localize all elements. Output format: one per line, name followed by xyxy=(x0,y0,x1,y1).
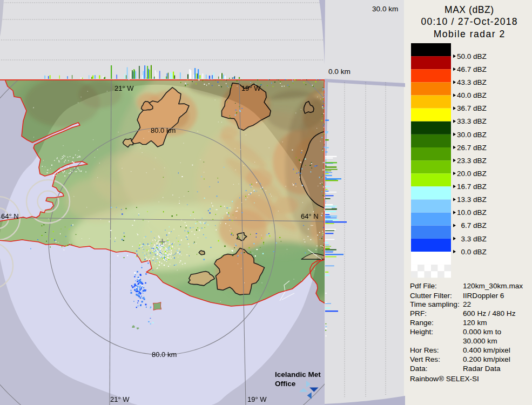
svg-text:Office: Office xyxy=(275,380,296,388)
svg-text:64° N: 64° N xyxy=(1,212,19,220)
svg-text:Pdf File:: Pdf File: xyxy=(410,282,437,290)
svg-text:0.0 dBZ: 0.0 dBZ xyxy=(457,248,487,256)
svg-text:Rainbow® SELEX-SI: Rainbow® SELEX-SI xyxy=(410,375,479,383)
svg-text:50.0 dBZ: 50.0 dBZ xyxy=(457,52,487,60)
svg-text:Radar Data: Radar Data xyxy=(463,364,501,373)
svg-text:22: 22 xyxy=(463,300,471,308)
svg-text:30.0 dBZ: 30.0 dBZ xyxy=(457,131,487,139)
svg-text:64° N: 64° N xyxy=(301,212,319,220)
svg-text:0.0 km: 0.0 km xyxy=(328,68,351,76)
svg-text:16.7 dBZ: 16.7 dBZ xyxy=(457,183,487,191)
svg-text:23.3 dBZ: 23.3 dBZ xyxy=(457,157,487,165)
svg-text:0.000 km to: 0.000 km to xyxy=(463,328,501,336)
svg-text:0.200 km/pixel: 0.200 km/pixel xyxy=(463,355,510,363)
svg-text:10.0 dBZ: 10.0 dBZ xyxy=(457,208,487,217)
svg-text:Time sampling:: Time sampling: xyxy=(410,300,460,308)
svg-text:Height:: Height: xyxy=(410,328,433,336)
svg-text:26.7 dBZ: 26.7 dBZ xyxy=(457,144,487,152)
svg-text:80.0 km: 80.0 km xyxy=(152,350,177,359)
svg-text:00:10 / 27-Oct-2018: 00:10 / 27-Oct-2018 xyxy=(421,16,517,27)
svg-text:Icelandic Met: Icelandic Met xyxy=(275,370,321,379)
svg-text:120 km: 120 km xyxy=(463,319,487,327)
svg-text:IIRDoppler 6: IIRDoppler 6 xyxy=(463,292,504,300)
svg-text:3.3 dBZ: 3.3 dBZ xyxy=(457,235,487,243)
svg-text:0.400 km/pixel: 0.400 km/pixel xyxy=(463,346,510,354)
svg-text:600 Hz / 480 Hz: 600 Hz / 480 Hz xyxy=(463,309,516,318)
svg-text:Vert Res:: Vert Res: xyxy=(410,355,440,363)
svg-text:Range:: Range: xyxy=(410,319,434,327)
svg-text:MAX (dBZ): MAX (dBZ) xyxy=(445,4,494,15)
svg-text:46.7 dBZ: 46.7 dBZ xyxy=(457,65,487,73)
svg-text:30.000 km: 30.000 km xyxy=(463,337,497,345)
svg-text:33.3 dBZ: 33.3 dBZ xyxy=(457,117,487,125)
svg-text:21° W: 21° W xyxy=(110,395,130,403)
svg-text:19° W: 19° W xyxy=(247,395,267,403)
svg-text:6.7 dBZ: 6.7 dBZ xyxy=(457,221,487,230)
svg-text:PRF:: PRF: xyxy=(410,309,427,318)
svg-text:80.0 km: 80.0 km xyxy=(151,126,176,134)
svg-text:Data:: Data: xyxy=(410,364,428,373)
svg-text:19° W: 19° W xyxy=(241,84,261,92)
svg-text:40.0 dBZ: 40.0 dBZ xyxy=(457,91,487,99)
svg-text:20.0 dBZ: 20.0 dBZ xyxy=(457,170,487,178)
svg-text:43.3 dBZ: 43.3 dBZ xyxy=(457,78,487,86)
svg-text:21° W: 21° W xyxy=(115,84,134,92)
svg-text:13.3 dBZ: 13.3 dBZ xyxy=(457,195,487,204)
svg-text:Hor Res:: Hor Res: xyxy=(410,346,439,354)
svg-text:36.7 dBZ: 36.7 dBZ xyxy=(457,104,487,112)
svg-text:30.0 km: 30.0 km xyxy=(372,5,398,13)
svg-text:Clutter Filter:: Clutter Filter: xyxy=(410,292,452,300)
svg-text:120km_30km.max: 120km_30km.max xyxy=(463,282,523,290)
